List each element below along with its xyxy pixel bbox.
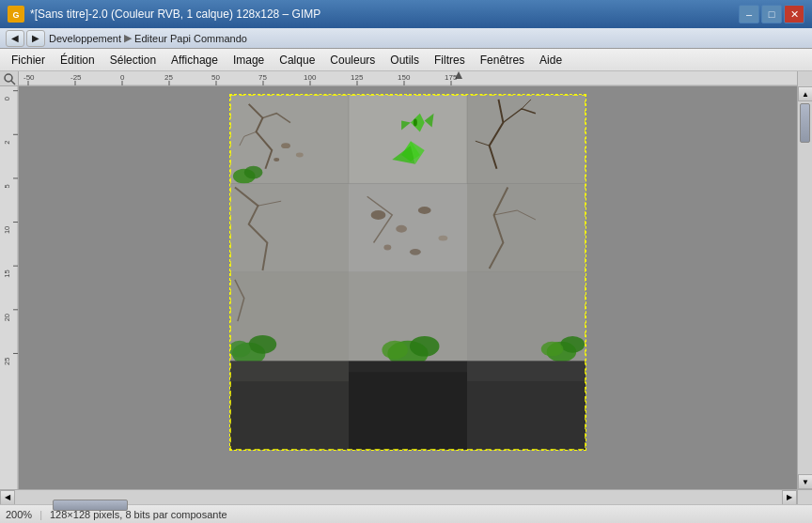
svg-text:15: 15	[3, 269, 11, 277]
menu-calque[interactable]: Calque	[272, 52, 322, 69]
title-bar-buttons: – □ ✕	[739, 5, 804, 23]
svg-rect-54	[349, 184, 467, 273]
svg-point-69	[410, 336, 440, 357]
nav-buttons: ◀ ▶	[6, 30, 45, 47]
status-separator: |	[39, 509, 42, 520]
window-title: *[Sans titre]-2.0 (Couleur RVB, 1 calque…	[30, 8, 320, 21]
svg-point-49	[414, 119, 417, 127]
svg-point-44	[273, 158, 279, 162]
ruler-corner	[0, 71, 19, 86]
canvas-content[interactable]	[19, 86, 797, 489]
menu-selection[interactable]: Sélection	[102, 52, 164, 69]
svg-point-60	[410, 249, 421, 255]
back-button[interactable]: ◀	[6, 30, 24, 47]
svg-text:150: 150	[398, 73, 411, 82]
maximize-button[interactable]: □	[761, 5, 782, 23]
svg-text:2: 2	[3, 141, 11, 145]
scrollbar-bottom-corner	[797, 490, 812, 505]
svg-text:G: G	[12, 10, 19, 20]
svg-point-46	[244, 166, 263, 179]
svg-rect-61	[467, 184, 586, 273]
scroll-thumb-area[interactable]	[798, 101, 812, 474]
canvas-area: 0 2 5 10 15 20 25	[0, 86, 812, 489]
svg-point-56	[396, 225, 407, 233]
menu-edition[interactable]: Édition	[53, 52, 102, 69]
scroll-down-button[interactable]: ▼	[798, 474, 812, 489]
svg-text:10: 10	[3, 226, 11, 234]
title-bar: G *[Sans titre]-2.0 (Couleur RVB, 1 calq…	[0, 0, 812, 28]
svg-text:75: 75	[258, 73, 267, 82]
app-icon: G	[8, 6, 24, 23]
horizontal-scrollbar[interactable]: ◀ ▶	[0, 489, 812, 504]
svg-text:5: 5	[3, 184, 11, 188]
svg-point-65	[249, 335, 277, 354]
svg-point-59	[383, 244, 391, 250]
menu-outils[interactable]: Outils	[383, 52, 427, 69]
svg-text:-50: -50	[23, 73, 35, 82]
minimize-button[interactable]: –	[739, 5, 759, 23]
ruler-row: -50 -25 0 25 50 75 100 12	[0, 71, 812, 86]
svg-rect-79	[349, 372, 467, 450]
svg-text:0: 0	[120, 73, 125, 82]
svg-point-58	[438, 236, 447, 241]
svg-text:-25: -25	[70, 73, 82, 82]
svg-point-42	[281, 143, 290, 148]
svg-point-73	[560, 336, 585, 353]
svg-rect-77	[230, 381, 349, 450]
menu-filtres[interactable]: Filtres	[427, 52, 473, 69]
svg-rect-50	[467, 95, 586, 184]
svg-text:100: 100	[304, 73, 317, 82]
menu-fichier[interactable]: Fichier	[4, 52, 53, 69]
svg-rect-81	[467, 381, 586, 450]
scroll-right-button[interactable]: ▶	[782, 490, 797, 505]
svg-text:50: 50	[211, 73, 220, 82]
menu-couleurs[interactable]: Couleurs	[322, 52, 383, 69]
svg-text:25: 25	[164, 73, 173, 82]
taskbar: ◀ ▶ Developpement ▶ Editeur Papi Command…	[0, 28, 812, 49]
title-bar-left: G *[Sans titre]-2.0 (Couleur RVB, 1 calq…	[8, 6, 320, 23]
vertical-ruler: 0 2 5 10 15 20 25	[0, 86, 19, 489]
svg-text:20: 20	[3, 314, 11, 321]
app-window: G *[Sans titre]-2.0 (Couleur RVB, 1 calq…	[0, 0, 812, 523]
horizontal-ruler: -50 -25 0 25 50 75 100 12	[19, 71, 797, 86]
menu-aide[interactable]: Aide	[532, 52, 570, 69]
forward-button[interactable]: ▶	[26, 30, 45, 47]
scroll-left-button[interactable]: ◀	[0, 490, 15, 505]
breadcrumb-item-2[interactable]: Editeur Papi Commando	[134, 33, 247, 44]
svg-line-3	[11, 81, 15, 85]
breadcrumb: Developpement ▶ Editeur Papi Commando	[49, 32, 247, 44]
scrollbar-corner	[797, 71, 812, 86]
menu-fenetres[interactable]: Fenêtres	[473, 52, 532, 69]
svg-point-43	[296, 153, 304, 158]
vertical-scrollbar[interactable]: ▲ ▼	[797, 86, 812, 489]
scroll-up-button[interactable]: ▲	[798, 86, 812, 101]
main-area: -50 -25 0 25 50 75 100 12	[0, 71, 812, 523]
menu-affichage[interactable]: Affichage	[164, 52, 226, 69]
svg-text:25: 25	[3, 358, 11, 365]
svg-text:125: 125	[351, 73, 364, 82]
close-button[interactable]: ✕	[784, 5, 804, 23]
menu-image[interactable]: Image	[226, 52, 272, 69]
svg-point-74	[541, 342, 564, 357]
image-canvas	[230, 95, 586, 450]
menubar: Fichier Édition Sélection Affichage Imag…	[0, 49, 812, 71]
svg-point-2	[5, 74, 12, 82]
scroll-h-thumb[interactable]	[53, 500, 128, 511]
svg-point-70	[382, 341, 408, 360]
breadcrumb-item-1[interactable]: Developpement	[49, 33, 121, 44]
svg-point-55	[371, 210, 386, 220]
zoom-level: 200%	[6, 509, 32, 520]
breadcrumb-sep-1: ▶	[124, 32, 132, 44]
svg-point-57	[418, 207, 431, 214]
svg-text:0: 0	[3, 97, 11, 100]
svg-rect-47	[349, 95, 467, 184]
gimp-image	[229, 94, 586, 451]
